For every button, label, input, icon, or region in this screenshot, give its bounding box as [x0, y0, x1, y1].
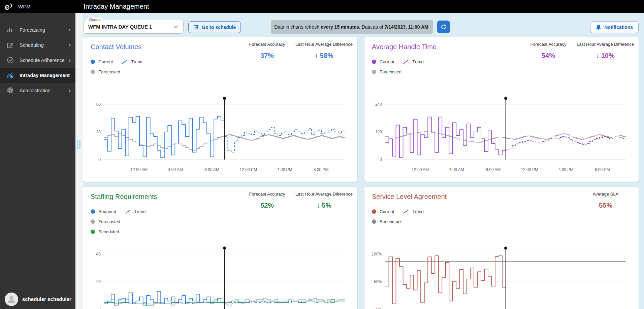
main-content: Queue WFM INTRA DAY QUEUE 1 Go to schedu…	[83, 13, 644, 309]
edit-icon	[6, 41, 14, 49]
legend-item-trend: Trend	[122, 59, 142, 64]
refresh-button[interactable]	[437, 21, 450, 33]
queue-select-label: Queue	[87, 18, 102, 22]
chart-average-handle-time: 012024012:00 AM4:00 AM8:00 AM12:00 PM4:0…	[368, 78, 635, 179]
svg-text:60: 60	[96, 102, 101, 107]
card-title: Average Handle Time	[372, 43, 437, 51]
svg-text:100%: 100%	[372, 252, 382, 256]
card-contact-volumes: Contact Volumes Forecast Accuracy 37% La…	[83, 37, 357, 182]
svg-text:8:00 PM: 8:00 PM	[595, 167, 610, 172]
chart-staffing-requirements: 0204012:00 AM4:00 AM8:00 AM12:00 PM4:00 …	[87, 228, 353, 309]
stat-average-sla: Average SLA 55%	[577, 192, 634, 209]
legend-item-forecasted: Forecasted	[372, 69, 401, 74]
card-title: Service Level Agreement	[372, 193, 447, 201]
chevron-right-icon: ›	[69, 42, 71, 48]
page-title: Intraday Management	[84, 3, 149, 10]
bar-chart-icon	[6, 26, 14, 34]
app-logo: e	[5, 3, 13, 10]
svg-text:12:00 PM: 12:00 PM	[240, 167, 257, 172]
stat-last-hour-average-difference: Last Hour Average Difference ↑ 58%	[295, 42, 353, 60]
queue-select-value: WFM INTRA DAY QUEUE 1	[88, 24, 173, 30]
sidebar-item-administration[interactable]: Administration ›	[0, 83, 75, 98]
legend-item-current: Current	[372, 59, 394, 64]
refresh-interval: every 15 minutes.	[321, 24, 360, 30]
sidebar-item-schedule-adherence[interactable]: Schedule Adherence ›	[0, 53, 75, 68]
chevron-down-icon	[173, 25, 179, 28]
chevron-right-icon: ›	[69, 57, 71, 64]
gear-icon	[6, 87, 14, 95]
avatar	[5, 293, 18, 306]
notifications-button[interactable]: Notifications	[590, 21, 639, 33]
svg-text:0%: 0%	[376, 307, 382, 309]
svg-text:30: 30	[96, 130, 101, 134]
legend-item-trend: Trend	[403, 59, 423, 64]
legend-item-current: Current	[91, 59, 113, 64]
svg-text:0: 0	[98, 307, 101, 309]
edit-schedule-icon	[193, 24, 199, 30]
stat-forecast-accuracy: Forecast Accuracy 54%	[520, 42, 577, 60]
intraday-chart-icon	[6, 71, 14, 79]
chart-contact-volumes: 0306012:00 AM4:00 AM8:00 AM12:00 PM4:00 …	[87, 78, 353, 179]
legend-item-trend: Trend	[403, 209, 423, 214]
user-profile[interactable]: scheduler scheduler	[0, 289, 75, 309]
trend-dash-icon	[403, 209, 409, 214]
legend-item-current: Current	[372, 209, 394, 214]
sidebar-item-scheduling[interactable]: Scheduling ›	[0, 37, 75, 53]
stat-forecast-accuracy: Forecast Accuracy 37%	[239, 42, 295, 60]
card-service-level-agreement: Service Level Agreement Average SLA 55% …	[364, 187, 639, 309]
trend-dash-icon	[403, 59, 409, 64]
svg-text:120: 120	[375, 130, 382, 134]
user-name: scheduler scheduler	[22, 296, 71, 302]
svg-text:0: 0	[98, 157, 101, 162]
svg-text:4:00 PM: 4:00 PM	[558, 167, 574, 172]
trend-dash-icon	[125, 209, 131, 214]
svg-text:20: 20	[96, 279, 101, 284]
card-average-handle-time: Average Handle Time Forecast Accuracy 54…	[364, 37, 639, 182]
sidebar-item-intraday-management[interactable]: Intraday Management	[0, 68, 75, 83]
card-staffing-requirements: Staffing Requirements Forecast Accuracy …	[83, 187, 357, 309]
sidebar: Forecasting › Scheduling › Schedule Adhe…	[0, 13, 75, 309]
legend-item-trend: Trend	[125, 209, 146, 214]
legend-item-forecasted: Forecasted	[91, 69, 120, 74]
svg-text:40: 40	[96, 252, 101, 256]
data-as-of-timestamp: 7/14/2023, 11:00 AM	[384, 24, 428, 30]
brand-text: WFM	[18, 4, 31, 9]
svg-text:4:00 PM: 4:00 PM	[277, 167, 292, 172]
go-to-schedule-button[interactable]: Go to schedule	[188, 21, 241, 33]
chart-service-level-agreement: 0%50%100%12:00 AM4:00 AM8:00 AM12:00 PM4…	[368, 228, 635, 309]
svg-text:4:00 AM: 4:00 AM	[168, 167, 183, 172]
data-refresh-info: Data in charts refresh every 15 minutes.…	[271, 20, 433, 34]
svg-text:8:00 AM: 8:00 AM	[486, 167, 501, 172]
stat-last-hour-average-difference: Last Hour Average Difference ↓ 5%	[295, 192, 353, 209]
refresh-icon	[440, 24, 447, 30]
trend-dash-icon	[122, 59, 128, 64]
svg-text:8:00 AM: 8:00 AM	[204, 167, 219, 172]
top-bar: e WFM Intraday Management	[0, 0, 644, 13]
check-circle-icon	[6, 56, 14, 64]
stat-last-hour-average-difference: Last Hour Average Difference ↓ 10%	[577, 42, 634, 60]
svg-text:0: 0	[380, 157, 382, 162]
bell-icon	[596, 24, 601, 30]
svg-text:12:00 AM: 12:00 AM	[412, 167, 429, 172]
stat-forecast-accuracy: Forecast Accuracy 52%	[239, 192, 295, 209]
chevron-right-icon: ›	[69, 27, 71, 33]
svg-text:12:00 PM: 12:00 PM	[521, 167, 538, 172]
sidebar-item-forecasting[interactable]: Forecasting ›	[0, 22, 75, 37]
legend-item-required: Required	[91, 209, 116, 214]
queue-select[interactable]: Queue WFM INTRA DAY QUEUE 1	[83, 20, 184, 34]
svg-text:8:00 PM: 8:00 PM	[314, 167, 329, 172]
card-title: Staffing Requirements	[91, 193, 157, 201]
chevron-right-icon: ›	[69, 87, 71, 94]
left-scrollbar-track	[75, 13, 83, 309]
scrollbar-thumb[interactable]	[77, 140, 80, 149]
legend-item-benchmark: Benchmark	[372, 219, 402, 224]
legend-item-forecasted: Forecasted	[91, 219, 120, 224]
logo-arc	[9, 3, 13, 8]
svg-text:50%: 50%	[374, 279, 382, 284]
svg-text:12:00 AM: 12:00 AM	[130, 167, 148, 172]
svg-text:240: 240	[375, 102, 382, 107]
card-title: Contact Volumes	[91, 43, 141, 51]
svg-text:4:00 AM: 4:00 AM	[449, 167, 464, 172]
